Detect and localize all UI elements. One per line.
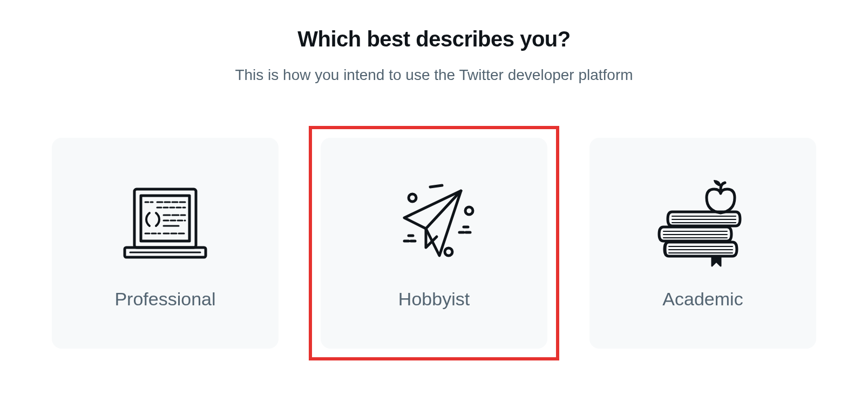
- option-label: Professional: [114, 289, 215, 310]
- page-subtitle: This is how you intend to use the Twitte…: [235, 66, 633, 84]
- option-academic[interactable]: Academic: [589, 138, 816, 349]
- option-label: Academic: [662, 289, 743, 310]
- laptop-code-icon: [119, 177, 211, 269]
- page-title: Which best describes you?: [297, 27, 570, 51]
- svg-point-12: [409, 194, 416, 202]
- option-professional[interactable]: Professional: [52, 138, 279, 349]
- books-apple-icon: [657, 177, 749, 269]
- options-row: Professional Hobby: [52, 138, 816, 349]
- svg-rect-2: [134, 189, 196, 248]
- option-hobbyist[interactable]: Hobbyist: [321, 138, 547, 349]
- option-label: Hobbyist: [398, 289, 470, 310]
- svg-line-13: [430, 185, 442, 187]
- svg-point-14: [465, 207, 473, 215]
- paper-plane-icon: [388, 177, 480, 269]
- svg-point-21: [445, 248, 452, 256]
